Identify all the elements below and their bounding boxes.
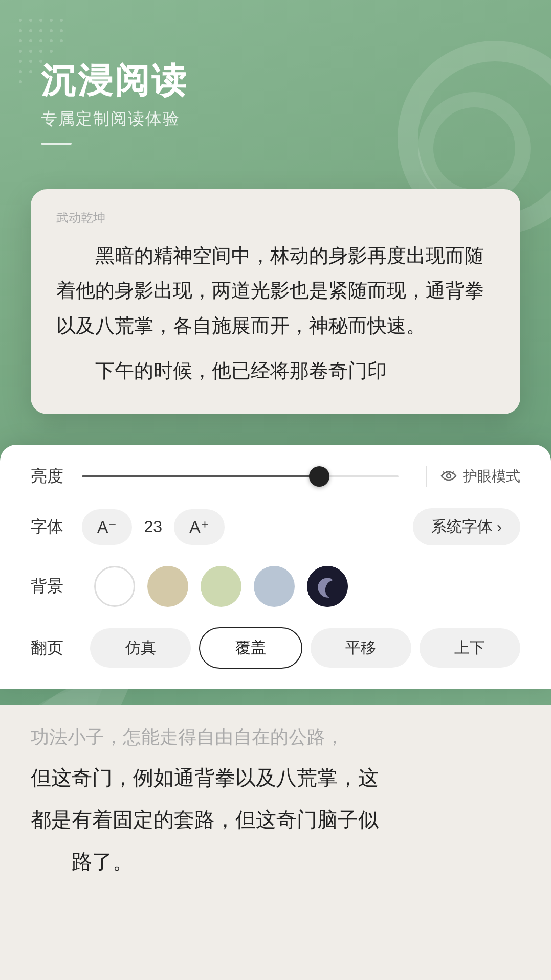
svg-point-2 [39, 19, 42, 22]
svg-point-22 [19, 70, 22, 73]
svg-point-0 [19, 19, 22, 22]
brightness-label: 亮度 [31, 465, 82, 488]
svg-point-17 [39, 50, 42, 53]
chevron-right-icon: › [497, 518, 502, 536]
pageturn-scroll-button[interactable]: 上下 [420, 628, 520, 668]
svg-line-54 [453, 472, 453, 473]
eye-mode-toggle[interactable]: 护眼模式 [439, 467, 520, 486]
svg-point-8 [50, 29, 53, 32]
svg-point-23 [29, 70, 32, 73]
svg-point-15 [19, 50, 22, 53]
svg-point-13 [50, 39, 53, 42]
bg-option-beige[interactable] [147, 566, 188, 607]
svg-line-51 [444, 472, 444, 473]
svg-point-16 [29, 50, 32, 53]
eye-mode-label: 护眼模式 [463, 467, 520, 486]
svg-point-24 [19, 80, 22, 83]
lower-book-content: 功法小子，怎能走得自由自在的公路， 但这奇门，例如通背拳以及八荒掌，这 都是有着… [31, 721, 520, 880]
pageturn-cover-button[interactable]: 覆盖 [199, 627, 302, 669]
bg-option-green[interactable] [201, 566, 241, 607]
font-increase-button[interactable]: A⁺ [174, 509, 224, 545]
separator-line [426, 466, 427, 487]
svg-point-55 [307, 566, 348, 607]
svg-point-1 [29, 19, 32, 22]
bg-circle-small [418, 92, 531, 204]
bg-option-white[interactable] [94, 566, 135, 607]
svg-point-9 [60, 29, 63, 32]
svg-point-3 [50, 19, 53, 22]
svg-point-12 [39, 39, 42, 42]
book-title: 武动乾坤 [56, 210, 495, 226]
font-controls: A⁻ 23 A⁺ 系统字体 › [82, 508, 520, 545]
eye-icon [439, 468, 458, 485]
svg-point-19 [19, 60, 22, 63]
svg-point-20 [29, 60, 32, 63]
slider-thumb[interactable] [309, 466, 329, 487]
font-label: 字体 [31, 516, 82, 538]
header-section: 沉浸阅读 专属定制阅读体验 [41, 61, 188, 145]
lower-content-3: 都是有着固定的套路，但这奇门脑子似 [31, 801, 520, 838]
bg-option-dark[interactable] [307, 566, 348, 607]
svg-point-14 [60, 39, 63, 42]
content-paragraph-2: 下午的时候，他已经将那卷奇门印 [56, 353, 495, 388]
background-row: 背景 [31, 566, 520, 607]
lower-content-2: 但这奇门，例如通背拳以及八荒掌，这 [31, 759, 520, 796]
slider-fill [82, 475, 319, 477]
content-paragraph-1: 黑暗的精神空间中，林动的身影再度出现而随着他的身影出现，两道光影也是紧随而现，通… [56, 238, 495, 343]
settings-panel: 亮度 护眼模式 [0, 445, 551, 689]
pageturn-slide-button[interactable]: 平移 [311, 628, 411, 668]
font-decrease-button[interactable]: A⁻ [82, 509, 132, 545]
svg-point-4 [60, 19, 63, 22]
font-size-display: 23 [140, 517, 166, 536]
brightness-slider-container [82, 475, 399, 477]
svg-point-18 [50, 50, 53, 53]
pageturn-label: 翻页 [31, 637, 82, 659]
header-divider [41, 143, 72, 145]
pageturn-simulated-button[interactable]: 仿真 [90, 628, 191, 668]
reading-card-bottom: 功法小子，怎能走得自由自在的公路， 但这奇门，例如通背拳以及八荒掌，这 都是有着… [0, 705, 551, 980]
svg-point-7 [39, 29, 42, 32]
svg-point-50 [447, 474, 451, 478]
page-title: 沉浸阅读 [41, 61, 188, 100]
lower-content-4: 路了。 [31, 843, 520, 880]
svg-point-11 [29, 39, 32, 42]
reading-card-top: 武动乾坤 黑暗的精神空间中，林动的身影再度出现而随着他的身影出现，两道光影也是紧… [31, 189, 520, 414]
bg-label: 背景 [31, 575, 82, 598]
lower-content-1: 功法小子，怎能走得自由自在的公路， [31, 721, 520, 754]
brightness-row: 亮度 护眼模式 [31, 465, 520, 488]
svg-point-10 [19, 39, 22, 42]
svg-point-5 [19, 29, 22, 32]
slider-track[interactable] [82, 475, 399, 477]
font-family-button[interactable]: 系统字体 › [413, 508, 520, 545]
pageturn-row: 翻页 仿真 覆盖 平移 上下 [31, 627, 520, 669]
page-subtitle: 专属定制阅读体验 [41, 108, 188, 130]
bg-option-blue[interactable] [254, 566, 295, 607]
font-row: 字体 A⁻ 23 A⁺ 系统字体 › [31, 508, 520, 545]
svg-point-6 [29, 29, 32, 32]
book-content: 黑暗的精神空间中，林动的身影再度出现而随着他的身影出现，两道光影也是紧随而现，通… [56, 238, 495, 389]
